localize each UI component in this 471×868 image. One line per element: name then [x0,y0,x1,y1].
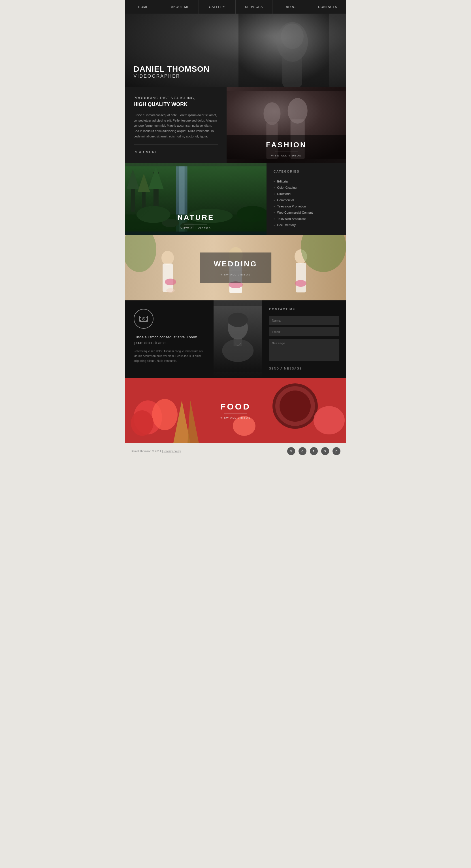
wedding-view-all[interactable]: VIEW ALL VIDEOS [214,273,258,276]
food-divider [224,414,247,414]
footer: Daniel Thomson © 2014 | Privacy policy 𝕏… [125,443,346,459]
fashion-panel: FASHION VIEW ALL VIDEOS [227,87,346,163]
categories-list: Editorial Color Grading Directorial Comm… [274,178,339,228]
main-nav: HOME ABOUT ME GALLERY SERVICES BLOG CONT… [125,0,346,13]
svg-rect-40 [146,317,147,318]
contact-form-panel: CONTACT ME SEND A MESSAGE [262,300,346,378]
copyright-text: Daniel Thomson © 2014 | [131,450,163,453]
film-body2: Pellentesque sed dolor. Aliquam congue f… [134,349,205,363]
wedding-divider [224,271,247,271]
nature-view-all[interactable]: VIEW ALL VIDEOS [125,227,267,229]
contact-email-input[interactable] [269,327,339,336]
svg-rect-26 [163,264,173,292]
hero-name: DANIEL THOMSON [134,65,210,74]
svg-point-57 [279,391,311,422]
film-icon [134,309,154,329]
svg-rect-39 [140,320,141,321]
hero-title: VIDEOGRAPHER [134,74,210,79]
category-documentary[interactable]: Documentary [274,222,339,228]
about-row: PRODUCING DISTINGUISHING, HIGH QUALITY W… [125,87,346,163]
fashion-divider [275,152,298,152]
category-television-promotion[interactable]: Television Promotion [274,203,339,210]
svg-point-27 [166,288,175,293]
svg-rect-3 [282,53,302,87]
film-body1: Fusce euismod consequat ante. Lorem ipsu… [134,334,205,345]
googleplus-icon[interactable]: g [299,447,306,455]
portrait-panel [213,300,262,378]
contact-message-input[interactable] [269,339,339,361]
footer-copyright: Daniel Thomson © 2014 | Privacy policy [131,450,181,453]
film-panel: Fusce euismod consequat ante. Lorem ipsu… [125,300,213,378]
pinterest-icon[interactable]: p [333,447,340,455]
nature-title: NATURE [125,213,267,222]
svg-point-32 [165,279,176,285]
category-directorial[interactable]: Directorial [274,191,339,197]
nature-row: NATURE VIEW ALL VIDEOS CATEGORIES Editor… [125,163,346,235]
hero-text: DANIEL THOMSON VIDEOGRAPHER [125,56,218,87]
twitter-icon[interactable]: 𝕏 [287,447,295,455]
svg-point-2 [281,24,304,49]
film-icon-svg [138,314,149,324]
send-message-button[interactable]: SEND A MESSAGE [269,367,302,370]
categories-panel: CATEGORIES Editorial Color Grading Direc… [267,163,346,235]
nav-about[interactable]: ABOUT ME [162,0,199,13]
food-panel: FOOD VIEW ALL VIDEOS [125,378,346,443]
svg-point-25 [162,251,174,265]
category-color-grading[interactable]: Color Grading [274,184,339,191]
about-divider [134,145,218,145]
about-title: HIGH QUALITY WORK [134,101,218,107]
skype-icon[interactable]: s [321,447,329,455]
fashion-overlay: FASHION VIEW ALL VIDEOS [227,135,346,163]
nature-divider [184,224,207,224]
categories-heading: CATEGORIES [274,170,339,173]
social-links: 𝕏 g f s p [287,447,340,455]
nature-panel: NATURE VIEW ALL VIDEOS [125,163,267,235]
category-web-commercial[interactable]: Web Commercial Content [274,210,339,216]
food-overlay: FOOD VIEW ALL VIDEOS [220,402,251,419]
hero-section: DANIEL THOMSON VIDEOGRAPHER [125,13,346,87]
svg-rect-41 [146,320,147,321]
contact-heading: CONTACT ME [269,307,339,311]
food-title: FOOD [220,402,251,411]
nav-blog[interactable]: BLOG [272,0,309,13]
svg-point-5 [264,102,281,125]
svg-point-59 [233,416,256,436]
about-body: Fusce euismod consequat ante. Lorem ipsu… [134,113,218,139]
svg-point-34 [295,280,306,287]
fashion-view-all[interactable]: VIEW ALL VIDEOS [232,154,340,157]
contact-row: Fusce euismod consequat ante. Lorem ipsu… [125,300,346,378]
facebook-icon[interactable]: f [310,447,318,455]
portrait-visual [213,300,262,378]
read-more-link[interactable]: READ MORE [134,150,158,154]
category-commercial[interactable]: Commercial [274,197,339,203]
nature-overlay: NATURE VIEW ALL VIDEOS [125,213,267,229]
fashion-title: FASHION [232,141,340,149]
svg-point-58 [313,406,345,434]
hero-portrait-svg [238,13,329,87]
svg-point-52 [131,410,154,436]
svg-point-43 [143,318,144,319]
nav-home[interactable]: HOME [125,0,162,13]
wedding-panel: WEDDING VIEW ALL VIDEOS [125,235,346,300]
svg-rect-38 [140,317,141,318]
food-view-all[interactable]: VIEW ALL VIDEOS [220,416,251,419]
wedding-title: WEDDING [214,259,258,268]
category-television-broadcast[interactable]: Television Broadcast [274,216,339,222]
nav-gallery[interactable]: GALLERY [199,0,236,13]
wedding-overlay: WEDDING VIEW ALL VIDEOS [200,252,272,283]
svg-point-48 [222,339,254,362]
contact-name-input[interactable] [269,316,339,325]
svg-point-51 [152,399,177,430]
nav-services[interactable]: SERVICES [236,0,272,13]
svg-point-46 [228,313,248,327]
privacy-link[interactable]: Privacy policy [163,450,181,453]
nav-contacts[interactable]: CONTACTS [309,0,346,13]
portrait-svg [213,300,262,378]
about-text-panel: PRODUCING DISTINGUISHING, HIGH QUALITY W… [125,87,227,163]
category-editorial[interactable]: Editorial [274,178,339,184]
about-subtitle: PRODUCING DISTINGUISHING, [134,96,218,100]
svg-rect-31 [296,263,306,292]
